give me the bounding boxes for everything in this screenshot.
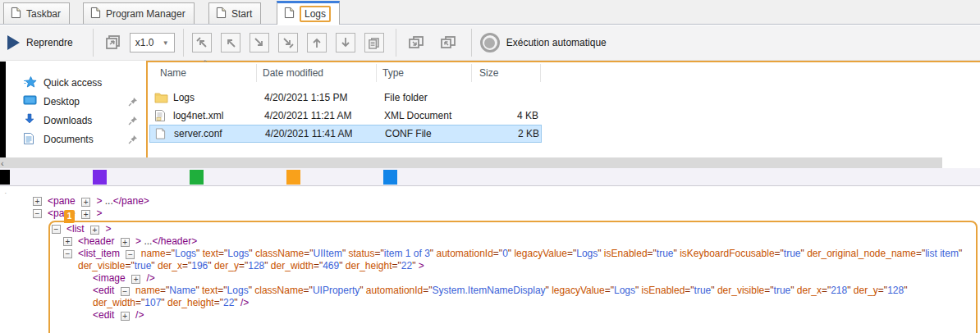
toolbar-separator [93,29,94,57]
window-arrow-out-button[interactable] [405,33,428,52]
folder-icon [154,91,168,104]
snapshot-button[interactable] [102,33,125,52]
toolbar-separator [396,29,396,57]
file-list-header: ⌃ NameDate modifiedTypeSize [148,62,980,84]
explorer-sidebar: Quick accessDesktopDownloadsDocuments [6,61,146,157]
timeline-step-marker[interactable] [286,170,300,185]
tab-logs[interactable]: Logs [277,1,340,25]
arrow-nw-button[interactable] [221,33,240,52]
pages-button[interactable] [364,33,384,52]
timeline-step-marker[interactable] [190,170,204,185]
file-date-modified: 4/20/2021 11:41 AM [265,128,353,139]
window-arrow-in-button[interactable] [437,33,460,52]
column-separator[interactable] [540,64,541,82]
window-button-group [405,33,469,52]
tab-program-manager[interactable]: Program Manager [83,2,195,24]
tree-node-line[interactable]: <image + /> [0,272,980,285]
file-size: 2 KB [475,128,539,139]
page-icon [11,7,21,21]
file-name: Logs [173,92,195,103]
toolbar-separator [471,29,472,57]
sort-indicator-icon: ⌃ [202,59,208,67]
match-badge: 1 [64,210,75,223]
automation-tool-window: TaskbarProgram ManagerStartLogs Reprendr… [0,0,980,333]
chevron-down-icon: ▼ [163,39,169,47]
sidebar-item-label: Desktop [44,96,80,107]
auto-execution-label: Exécution automatique [506,37,607,48]
column-header-date-modified[interactable]: Date modified [263,67,323,79]
expand-icon[interactable]: + [63,237,72,246]
expand-icon[interactable]: + [121,238,130,247]
pin-icon[interactable] [128,116,138,125]
collapse-icon[interactable]: − [33,209,42,218]
timeline-strip [0,168,980,186]
file-row-log4net-xml[interactable]: log4net.xml4/20/2021 11:21 AMXML Documen… [149,107,542,125]
column-separator[interactable] [256,64,257,82]
sidebar-item-label: Quick access [44,77,102,89]
expand-icon[interactable]: + [81,198,90,207]
nav-button-group [192,33,393,52]
timeline-step-marker[interactable] [383,170,397,185]
file-size: 4 KB [474,110,538,121]
timeline-step-marker[interactable] [0,170,10,185]
sidebar-item-downloads[interactable]: Downloads [6,111,146,130]
file-row-logs[interactable]: Logs4/20/2021 1:15 PMFile folder [149,89,542,107]
sidebar-item-quick-access[interactable]: Quick access [6,73,146,92]
expand-icon[interactable]: + [81,210,90,219]
tree-node-line[interactable]: +<header + > ...</header> [0,235,980,248]
column-header-name[interactable]: Name [160,67,186,79]
page-icon [216,7,227,21]
tab-start[interactable]: Start [208,2,261,24]
tab-label: Program Manager [106,7,185,21]
arrow-se-button[interactable] [250,33,269,52]
arrow-se-bar-button[interactable] [278,33,298,52]
tree-node-line[interactable]: −<list_item − name="Logs" text="Logs" cl… [0,248,980,272]
timeline-step-marker[interactable] [93,170,107,185]
column-separator[interactable] [471,64,472,82]
file-type: File folder [384,92,428,103]
play-icon[interactable] [7,35,20,50]
sidebar-item-desktop[interactable]: Desktop [6,92,146,111]
sidebar-item-label: Downloads [44,115,92,126]
documents-icon [23,132,37,146]
expand-icon[interactable]: + [121,312,130,321]
file-row-server-conf[interactable]: server.conf4/20/2021 11:41 AMCONF File2 … [149,125,542,143]
arrow-nw-bar-button[interactable] [192,33,212,52]
conf-file-icon [155,127,169,140]
file-explorer-panel: ⌃ NameDate modifiedTypeSize Logs4/20/202… [146,61,980,157]
pin-icon[interactable] [128,97,138,107]
auto-execution-toggle[interactable] [480,33,500,52]
collapse-icon[interactable]: − [63,249,72,258]
zoom-level-select[interactable]: x1.0 ▼ [130,33,175,52]
scroll-left-icon[interactable]: ‹ [0,159,4,167]
resume-button[interactable]: Reprendre [26,37,73,48]
tree-node-line[interactable]: <edit + /> [0,309,980,322]
arrow-up-button[interactable] [307,33,327,52]
tree-node-line[interactable]: −<pane + > [0,208,980,220]
page-icon [90,7,101,21]
expand-icon[interactable]: + [33,197,42,206]
horizontal-scrollbar[interactable]: ‹ [0,157,942,168]
collapse-icon[interactable]: − [52,225,61,234]
pin-icon[interactable] [128,135,138,144]
column-separator[interactable] [376,64,377,82]
expand-icon[interactable]: + [90,226,99,235]
zoom-level-value: x1.0 [135,37,154,48]
tree-node-line[interactable]: −<list + > [0,223,980,235]
tree-node-line[interactable]: +<pane + > ...</pane> [0,195,980,208]
collapse-icon[interactable]: − [121,287,130,296]
file-type: CONF File [385,128,432,139]
arrow-down-button[interactable] [336,33,355,52]
expand-icon[interactable]: + [131,275,140,284]
tree-node-line[interactable]: <edit − name="Name" text="Logs" classNam… [0,285,980,309]
toolbar: Reprendre x1.0 ▼ Exécution automatique [0,25,980,61]
collapse-icon[interactable]: − [126,250,135,259]
sidebar-item-label: Documents [44,134,94,145]
column-header-size[interactable]: Size [479,67,498,79]
screenshot-pane: Quick accessDesktopDownloadsDocuments ⌃ … [0,61,980,157]
ui-tree-pane: 1 +<pane + > ...</pane> −<pane + > −<lis… [0,194,980,333]
column-header-type[interactable]: Type [382,67,404,79]
sidebar-item-documents[interactable]: Documents [6,130,146,148]
tab-taskbar[interactable]: Taskbar [3,2,70,24]
tab-strip: TaskbarProgram ManagerStartLogs [0,0,980,25]
